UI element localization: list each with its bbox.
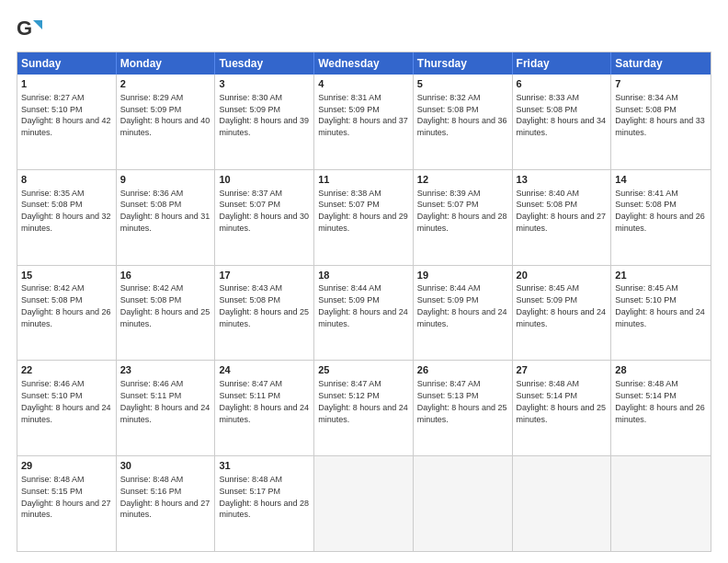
- cell-info: Sunrise: 8:42 AMSunset: 5:08 PMDaylight:…: [120, 283, 210, 327]
- day-number: 5: [417, 77, 508, 91]
- cell-info: Sunrise: 8:45 AMSunset: 5:09 PMDaylight:…: [517, 283, 607, 327]
- day-number: 13: [517, 173, 608, 187]
- cell-info: Sunrise: 8:48 AMSunset: 5:16 PMDaylight:…: [120, 475, 210, 519]
- day-number: 31: [219, 459, 310, 473]
- cell-info: Sunrise: 8:45 AMSunset: 5:10 PMDaylight:…: [615, 283, 705, 327]
- day-number: 12: [417, 173, 508, 187]
- day-number: 1: [21, 77, 112, 91]
- cell-info: Sunrise: 8:48 AMSunset: 5:14 PMDaylight:…: [517, 379, 607, 423]
- header-day-monday: Monday: [117, 52, 216, 75]
- day-number: 18: [318, 269, 409, 282]
- cell-info: Sunrise: 8:38 AMSunset: 5:07 PMDaylight:…: [318, 189, 408, 233]
- cell-info: Sunrise: 8:30 AMSunset: 5:09 PMDaylight:…: [219, 93, 309, 137]
- cell-info: Sunrise: 8:33 AMSunset: 5:08 PMDaylight:…: [517, 93, 607, 137]
- cell-info: Sunrise: 8:35 AMSunset: 5:08 PMDaylight:…: [21, 189, 111, 233]
- day-number: 14: [615, 173, 707, 187]
- cell-info: Sunrise: 8:44 AMSunset: 5:09 PMDaylight:…: [417, 283, 507, 327]
- logo: G: [17, 17, 46, 42]
- calendar-header: SundayMondayTuesdayWednesdayThursdayFrid…: [17, 52, 711, 75]
- day-number: 3: [219, 77, 310, 91]
- calendar-cell: [414, 456, 513, 551]
- cell-info: Sunrise: 8:47 AMSunset: 5:12 PMDaylight:…: [318, 379, 408, 423]
- day-number: 11: [318, 173, 409, 187]
- calendar-cell: 16 Sunrise: 8:42 AMSunset: 5:08 PMDaylig…: [117, 266, 216, 361]
- calendar-cell: 4 Sunrise: 8:31 AMSunset: 5:09 PMDayligh…: [314, 75, 414, 169]
- cell-info: Sunrise: 8:34 AMSunset: 5:08 PMDaylight:…: [615, 93, 705, 137]
- calendar-cell: 20 Sunrise: 8:45 AMSunset: 5:09 PMDaylig…: [513, 266, 612, 361]
- day-number: 22: [21, 363, 112, 377]
- calendar-cell: 9 Sunrise: 8:36 AMSunset: 5:08 PMDayligh…: [117, 170, 216, 265]
- day-number: 30: [120, 459, 211, 473]
- cell-info: Sunrise: 8:40 AMSunset: 5:08 PMDaylight:…: [517, 189, 607, 233]
- calendar-cell: 24 Sunrise: 8:47 AMSunset: 5:11 PMDaylig…: [215, 361, 314, 455]
- day-number: 28: [615, 363, 707, 377]
- day-number: 27: [517, 363, 608, 377]
- cell-info: Sunrise: 8:46 AMSunset: 5:11 PMDaylight:…: [120, 379, 210, 423]
- day-number: 10: [219, 173, 310, 187]
- day-number: 25: [318, 363, 409, 377]
- cell-info: Sunrise: 8:42 AMSunset: 5:08 PMDaylight:…: [21, 283, 111, 327]
- header-day-thursday: Thursday: [414, 52, 513, 75]
- calendar-cell: 26 Sunrise: 8:47 AMSunset: 5:13 PMDaylig…: [414, 361, 513, 455]
- calendar-cell: 25 Sunrise: 8:47 AMSunset: 5:12 PMDaylig…: [314, 361, 414, 455]
- day-number: 7: [615, 77, 707, 91]
- calendar-cell: 19 Sunrise: 8:44 AMSunset: 5:09 PMDaylig…: [414, 266, 513, 361]
- logo-icon: G: [17, 17, 42, 42]
- cell-info: Sunrise: 8:37 AMSunset: 5:07 PMDaylight:…: [219, 189, 309, 233]
- calendar-cell: 17 Sunrise: 8:43 AMSunset: 5:08 PMDaylig…: [215, 266, 314, 361]
- calendar-cell: 14 Sunrise: 8:41 AMSunset: 5:08 PMDaylig…: [611, 170, 711, 265]
- cell-info: Sunrise: 8:44 AMSunset: 5:09 PMDaylight:…: [318, 283, 408, 327]
- day-number: 6: [517, 77, 608, 91]
- calendar-cell: 10 Sunrise: 8:37 AMSunset: 5:07 PMDaylig…: [215, 170, 314, 265]
- calendar-cell: 8 Sunrise: 8:35 AMSunset: 5:08 PMDayligh…: [17, 170, 117, 265]
- calendar-cell: [513, 456, 612, 551]
- calendar-cell: 3 Sunrise: 8:30 AMSunset: 5:09 PMDayligh…: [215, 75, 314, 169]
- header-day-wednesday: Wednesday: [314, 52, 414, 75]
- day-number: 23: [120, 363, 211, 377]
- header-day-friday: Friday: [513, 52, 612, 75]
- calendar-row-3: 15 Sunrise: 8:42 AMSunset: 5:08 PMDaylig…: [17, 265, 711, 361]
- day-number: 29: [21, 459, 112, 473]
- calendar-row-1: 1 Sunrise: 8:27 AMSunset: 5:10 PMDayligh…: [17, 75, 711, 169]
- calendar-row-4: 22 Sunrise: 8:46 AMSunset: 5:10 PMDaylig…: [17, 360, 711, 455]
- header-day-saturday: Saturday: [611, 52, 711, 75]
- day-number: 16: [120, 269, 211, 282]
- cell-info: Sunrise: 8:31 AMSunset: 5:09 PMDaylight:…: [318, 93, 408, 137]
- calendar-cell: 21 Sunrise: 8:45 AMSunset: 5:10 PMDaylig…: [611, 266, 711, 361]
- calendar-cell: 5 Sunrise: 8:32 AMSunset: 5:08 PMDayligh…: [414, 75, 513, 169]
- calendar-cell: 11 Sunrise: 8:38 AMSunset: 5:07 PMDaylig…: [314, 170, 414, 265]
- cell-info: Sunrise: 8:27 AMSunset: 5:10 PMDaylight:…: [21, 93, 111, 137]
- calendar-cell: 2 Sunrise: 8:29 AMSunset: 5:09 PMDayligh…: [117, 75, 216, 169]
- header-day-sunday: Sunday: [17, 52, 117, 75]
- calendar-cell: [611, 456, 711, 551]
- cell-info: Sunrise: 8:46 AMSunset: 5:10 PMDaylight:…: [21, 379, 111, 423]
- calendar-cell: 15 Sunrise: 8:42 AMSunset: 5:08 PMDaylig…: [17, 266, 117, 361]
- cell-info: Sunrise: 8:43 AMSunset: 5:08 PMDaylight:…: [219, 283, 309, 327]
- cell-info: Sunrise: 8:48 AMSunset: 5:14 PMDaylight:…: [615, 379, 705, 423]
- calendar-cell: [314, 456, 414, 551]
- day-number: 20: [517, 269, 608, 282]
- cell-info: Sunrise: 8:41 AMSunset: 5:08 PMDaylight:…: [615, 189, 705, 233]
- cell-info: Sunrise: 8:48 AMSunset: 5:17 PMDaylight:…: [219, 475, 309, 519]
- cell-info: Sunrise: 8:32 AMSunset: 5:08 PMDaylight:…: [417, 93, 507, 137]
- day-number: 24: [219, 363, 310, 377]
- calendar-cell: 29 Sunrise: 8:48 AMSunset: 5:15 PMDaylig…: [17, 456, 117, 551]
- calendar-cell: 31 Sunrise: 8:48 AMSunset: 5:17 PMDaylig…: [215, 456, 314, 551]
- cell-info: Sunrise: 8:36 AMSunset: 5:08 PMDaylight:…: [120, 189, 210, 233]
- day-number: 15: [21, 269, 112, 282]
- calendar-cell: 18 Sunrise: 8:44 AMSunset: 5:09 PMDaylig…: [314, 266, 414, 361]
- cell-info: Sunrise: 8:47 AMSunset: 5:11 PMDaylight:…: [219, 379, 309, 423]
- day-number: 26: [417, 363, 508, 377]
- calendar-cell: 13 Sunrise: 8:40 AMSunset: 5:08 PMDaylig…: [513, 170, 612, 265]
- cell-info: Sunrise: 8:47 AMSunset: 5:13 PMDaylight:…: [417, 379, 507, 423]
- day-number: 4: [318, 77, 409, 91]
- day-number: 17: [219, 269, 310, 282]
- day-number: 21: [615, 269, 707, 282]
- calendar-cell: 27 Sunrise: 8:48 AMSunset: 5:14 PMDaylig…: [513, 361, 612, 455]
- calendar-body: 1 Sunrise: 8:27 AMSunset: 5:10 PMDayligh…: [17, 75, 711, 551]
- svg-marker-1: [33, 20, 42, 29]
- calendar: SundayMondayTuesdayWednesdayThursdayFrid…: [17, 52, 711, 552]
- day-number: 19: [417, 269, 508, 282]
- calendar-cell: 23 Sunrise: 8:46 AMSunset: 5:11 PMDaylig…: [117, 361, 216, 455]
- header-day-tuesday: Tuesday: [215, 52, 314, 75]
